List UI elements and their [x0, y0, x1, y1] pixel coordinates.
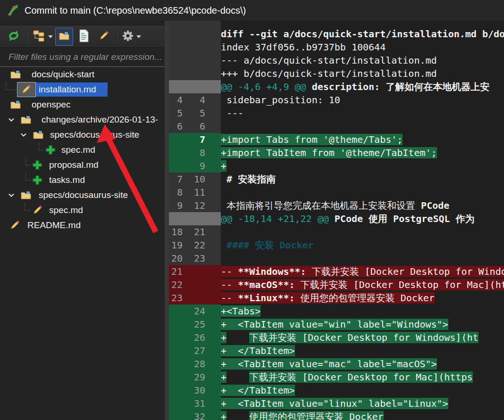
diff-line-text: -- **Windows**: 下载并安装 [Docker Desktop fo… [221, 265, 504, 278]
plus-icon [32, 160, 42, 170]
title-bar: Commit to main (C:\repos\newbe36524\pcod… [0, 0, 504, 21]
diff-line: 28+ <TabItem value="mac" label="macOS"> [169, 357, 504, 371]
diff-line: 30+ </TabItem> [169, 384, 504, 397]
diff-line-text: +import TabItem from '@theme/TabItem'; [221, 146, 504, 159]
chevron-down-icon[interactable] [8, 116, 15, 124]
diff-line-text [221, 120, 504, 133]
window-title: Commit to main (C:\repos\newbe36524\pcod… [25, 5, 246, 16]
diff-line: 23-- **Linux**: 使用您的包管理器安装 Docker [169, 291, 504, 305]
diff-gutter [169, 27, 221, 41]
settings-button[interactable] [121, 28, 142, 46]
diff-gutter: 9 [169, 159, 221, 173]
diff-gutter: 21 [169, 265, 221, 278]
chevron-down-icon[interactable] [8, 191, 15, 199]
diff-gutter: 1821 [169, 225, 221, 239]
diff-line-text: @@ -18,14 +21,22 @@ PCode 使用 PostgreSQL … [221, 212, 504, 225]
tree-item-tasks.md[interactable]: tasks.md [0, 173, 165, 188]
diff-line-text: diff --git a/docs/quick-start/installati… [221, 27, 504, 41]
diff-line-text: + 使用您的包管理器安装 Docker [221, 410, 504, 420]
diff-line: 29+ 下载并安装 [Docker Desktop for Mac](https [169, 371, 504, 384]
diff-gutter: 31 [169, 397, 221, 410]
diff-line: 21-- **Windows**: 下载并安装 [Docker Desktop … [169, 265, 504, 278]
diff-line-text: # 安装指南 [221, 173, 504, 186]
tree-item-spec.md[interactable]: spec.md [0, 203, 165, 218]
diff-line-text: + <TabItem value="linux" label="Linux"> [221, 397, 504, 410]
tree-item-spec.md[interactable]: spec.md [0, 142, 165, 157]
tree-item-label: openspec [32, 99, 70, 110]
tree-item-label: changes/archive/2026-01-13- [42, 115, 158, 125]
diff-gutter: 27 [169, 344, 221, 357]
diff-gutter: 912 [169, 199, 221, 212]
diff-line-text: +import Tabs from '@theme/Tabs'; [221, 133, 504, 146]
diff-line: 24+<Tabs> [169, 305, 504, 318]
gear-icon [122, 30, 134, 44]
document-icon [79, 29, 89, 44]
pencil-icon [31, 204, 43, 216]
diff-line: @@ -4,6 +4,9 @@ description: 了解如何在本地机器上安 [169, 80, 504, 93]
diff-gutter: 44 [169, 93, 221, 107]
diff-line: 811 [169, 186, 504, 199]
diff-line-text [221, 252, 504, 265]
tree-item-docs-quick-start[interactable]: docs/quick-start [0, 67, 165, 82]
edit-button[interactable] [95, 28, 113, 46]
diff-line: 66 [169, 120, 504, 133]
dropdown-caret-icon [136, 35, 141, 38]
tree-item-specs-docusaurus-site[interactable]: specs/docusaurus-site [0, 188, 165, 203]
diff-line-text: --- [221, 107, 504, 120]
chevron-down-icon[interactable] [20, 131, 27, 139]
diff-gutter: 29 [169, 371, 221, 384]
diff-line-text: sidebar_position: 10 [221, 93, 504, 107]
diff-line-text: + 下载并安装 [Docker Desktop for Windows](ht [221, 331, 504, 344]
show-file-tree-button[interactable] [31, 28, 53, 46]
diff-line-text: -- **macOS**: 下载并安装 [Docker Desktop for … [221, 278, 504, 291]
toolbar [0, 26, 165, 48]
toolbar-separator [117, 30, 118, 44]
diff-line: 2023 [169, 252, 504, 265]
show-document-button[interactable] [75, 28, 93, 46]
panel-splitter[interactable] [165, 21, 169, 420]
diff-line: 9+ [169, 159, 504, 173]
refresh-button[interactable] [5, 28, 23, 46]
tree-item-readme.md[interactable]: README.md [0, 218, 165, 233]
tree-item-label: specs/docusaurus-site [39, 190, 128, 200]
tree-item-label: tasks.md [49, 175, 85, 185]
tree-item-label: README.md [27, 220, 81, 231]
tree-item-openspec[interactable]: openspec [0, 97, 165, 112]
git-extensions-logo-icon [6, 3, 20, 17]
folder-icon [33, 131, 43, 139]
diff-panel[interactable]: diff --git a/docs/quick-start/installati… [169, 21, 504, 420]
diff-gutter [169, 67, 221, 80]
diff-line: 8+import TabItem from '@theme/TabItem'; [169, 146, 504, 159]
diff-gutter [169, 80, 221, 93]
diff-line-text [221, 225, 504, 239]
tree-item-changes-archive-2026-01-13-[interactable]: changes/archive/2026-01-13- [0, 112, 165, 127]
folder-icon [21, 191, 31, 199]
tree-item-installation.md[interactable]: installation.md [0, 82, 165, 97]
folder-icon [10, 70, 21, 79]
tree-item-label: specs/docusaurus-site [50, 130, 139, 140]
diff-line: --- a/docs/quick-start/installation.md [169, 54, 504, 67]
group-by-folder-button[interactable] [55, 28, 73, 46]
diff-line-text: #### 安装 Docker [221, 239, 504, 252]
folder-icon [21, 115, 31, 124]
diff-line: diff --git a/docs/quick-start/installati… [169, 27, 504, 41]
diff-gutter: 710 [169, 173, 221, 186]
diff-line: 31+ <TabItem value="linux" label="Linux"… [169, 397, 504, 410]
diff-gutter: 1922 [169, 239, 221, 252]
diff-line-text: + <TabItem value="mac" label="macOS"> [221, 357, 504, 371]
diff-line-text: --- a/docs/quick-start/installation.md [221, 54, 504, 67]
filter-input[interactable] [0, 48, 165, 66]
diff-line: 7+import Tabs from '@theme/Tabs'; [169, 133, 504, 146]
dropdown-caret-icon [48, 35, 53, 38]
diff-line: 710 # 安装指南 [169, 173, 504, 186]
diff-gutter: 24 [169, 305, 221, 318]
diff-gutter: 26 [169, 331, 221, 344]
tree-item-specs-docusaurus-site[interactable]: specs/docusaurus-site [0, 127, 165, 142]
tree-item-label: docs/quick-start [32, 69, 94, 80]
diff-line: 25+ <TabItem value="win" label="Windows"… [169, 318, 504, 331]
diff-line: 32+ 使用您的包管理器安装 Docker [169, 410, 504, 420]
tree-item-proposal.md[interactable]: proposal.md [0, 157, 165, 173]
filter-box [0, 48, 165, 67]
diff-line: 1922 #### 安装 Docker [169, 239, 504, 252]
diff-gutter: 23 [169, 291, 221, 305]
